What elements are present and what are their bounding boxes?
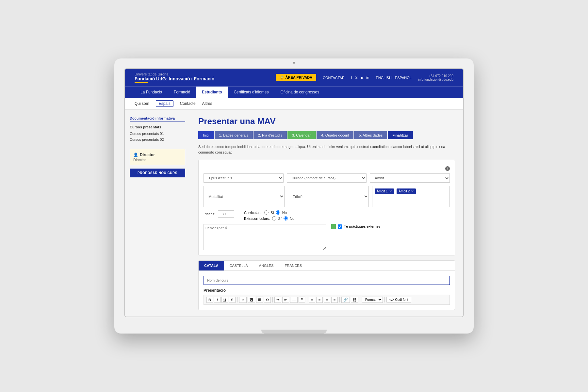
align-justify-button[interactable]: ≡	[331, 297, 338, 303]
curriculars-no-radio[interactable]	[276, 210, 280, 215]
practiques-checkbox[interactable]	[338, 224, 342, 229]
underline-button[interactable]: U	[221, 297, 228, 303]
places-label: Places:	[204, 212, 215, 216]
nav-link-certificats[interactable]: Certificats d'idiomes	[228, 87, 274, 98]
step-pla-estudis[interactable]: 2. Pla d'estudis	[253, 131, 287, 139]
curriculars-si-radio[interactable]	[264, 210, 269, 215]
codi-font-button[interactable]: </> Codi font	[386, 297, 411, 302]
facebook-icon[interactable]: f	[351, 75, 352, 80]
ambit-tag-2: Àmbit 2 ✕	[397, 188, 416, 194]
nav-item-estudiants[interactable]: Estudiants	[196, 87, 228, 98]
image-button[interactable]: 🖼	[248, 297, 255, 303]
step-finalitzar[interactable]: Finalitzar	[388, 131, 413, 139]
descripcio-textarea[interactable]	[204, 224, 326, 250]
modalitat-select[interactable]: Modalitat	[204, 186, 285, 207]
durada-select[interactable]: Durada (nombre de cursos)	[287, 173, 367, 183]
codi-font-icon: </>	[389, 298, 394, 302]
proposar-nou-curs-button[interactable]: PROPOSAR NOU CURS	[130, 169, 185, 177]
contactar-link[interactable]: CONTACTAR	[323, 76, 345, 80]
email-address: info.fundacioif@udg.edu	[418, 78, 453, 81]
separator-button[interactable]: —	[290, 297, 298, 303]
step-inici[interactable]: Inici	[198, 131, 214, 139]
info-icon[interactable]: i	[445, 166, 450, 171]
format-select[interactable]: Format	[362, 297, 383, 303]
presentacio-label: Presentació	[204, 288, 450, 293]
toolbar-sep-5	[360, 297, 360, 302]
social-icons-area: f 𝕏 ▶ in	[351, 75, 369, 80]
toolbar-sep-3	[307, 297, 307, 302]
lang-english[interactable]: ENGLISH	[376, 76, 392, 80]
practiques-checkbox-indicator	[331, 224, 336, 229]
extracurriculars-no-radio[interactable]	[284, 216, 288, 220]
subnav-qui-som[interactable]: Qui som	[135, 101, 149, 106]
ambit-tag-1-remove[interactable]: ✕	[389, 189, 392, 193]
youtube-icon[interactable]: ▶	[361, 75, 364, 80]
sidebar-link-cursos-01[interactable]: Cursos presentats 01	[130, 131, 185, 137]
tipus-estudis-select[interactable]: Tipus d'estudis	[204, 173, 284, 183]
logo-fundacio: Fundació UdG: Innovació i Formació	[135, 76, 214, 81]
lang-tab-frances[interactable]: FRANCÈS	[279, 261, 307, 270]
ambit-tag-2-remove[interactable]: ✕	[411, 189, 414, 193]
sidebar-link-cursos-02[interactable]: Cursos presentats 02	[130, 137, 185, 142]
practiques-label: Té pràctiques externes	[344, 224, 381, 228]
indent-button[interactable]: ⇥	[274, 297, 281, 303]
nom-curs-input[interactable]	[204, 276, 450, 285]
subnav-contacte[interactable]: Contacte	[180, 101, 196, 106]
linkedin-icon[interactable]: in	[366, 75, 369, 80]
table-button[interactable]: ⊞	[256, 297, 263, 303]
special-char-button[interactable]: Ω	[264, 297, 271, 303]
lang-tab-castella[interactable]: CASTELLÀ	[224, 261, 253, 270]
subnav-espais[interactable]: Espais	[156, 100, 173, 107]
nav-link-fundacio[interactable]: La Fundació	[135, 87, 168, 98]
quote-button[interactable]: ❝	[299, 297, 305, 303]
phone-number: +34 972 210 299	[418, 74, 453, 78]
editor-toolbar: B I U S ☺ 🖼 ⊞ Ω ⇥ ⇤ —	[204, 295, 450, 305]
strikethrough-button[interactable]: S	[229, 297, 236, 303]
nav-link-congressos[interactable]: Oficina de congressos	[274, 87, 325, 98]
main-navigation: La Fundació Formació Estudiants Certific…	[125, 86, 463, 98]
nav-item-congressos[interactable]: Oficina de congressos	[274, 87, 325, 98]
twitter-icon[interactable]: 𝕏	[355, 75, 358, 80]
options-column: Té pràctiques externes	[331, 224, 450, 250]
form-row-1: Tipus d'estudis Durada (nombre de cursos…	[204, 173, 450, 183]
ambit-select[interactable]: Àmbit	[370, 173, 450, 183]
form-section: i Tipus d'estudis Durada (nombre de curs…	[198, 160, 455, 255]
steps-bar: Inici 1. Dades generals 2. Pla d'estudis…	[198, 131, 455, 139]
lang-spanish[interactable]: ESPAÑOL	[395, 76, 412, 80]
edicio-select[interactable]: Edició	[288, 186, 369, 207]
lang-tab-catala[interactable]: CATALÀ	[199, 261, 224, 270]
step-dades-generals[interactable]: 1. Dades generals	[215, 131, 253, 139]
align-center-button[interactable]: ≡	[316, 297, 323, 303]
align-left-button[interactable]: ≡	[309, 297, 315, 303]
nav-item-fundacio[interactable]: La Fundació	[135, 87, 168, 98]
practiques-row: Té pràctiques externes	[331, 224, 450, 229]
nav-link-formacio[interactable]: Formació	[168, 87, 196, 98]
area-privada-button[interactable]: 🔒 ÀREA PRIVADA	[276, 74, 316, 81]
unlink-button[interactable]: ⛓	[351, 297, 358, 303]
logo-underline	[135, 82, 148, 83]
top-right-area: 🔒 ÀREA PRIVADA CONTACTAR f 𝕏 ▶ in ENGLIS…	[276, 74, 453, 81]
lang-tabs: CATALÀ CASTELLÀ ANGLÈS FRANCÈS	[199, 261, 455, 271]
bold-button[interactable]: B	[206, 297, 213, 303]
emoji-button[interactable]: ☺	[239, 297, 247, 303]
link-button[interactable]: 🔗	[341, 297, 350, 303]
page-title: Presentar una MAV	[198, 116, 455, 126]
step-altres-dades[interactable]: 5. Altres dades	[354, 131, 387, 139]
lang-tab-angles[interactable]: ANGLÈS	[253, 261, 279, 270]
step-calendari[interactable]: 3. Calendari	[287, 131, 316, 139]
nav-item-certificats[interactable]: Certificats d'idiomes	[228, 87, 274, 98]
align-right-button[interactable]: ≡	[324, 297, 330, 303]
nav-link-estudiants[interactable]: Estudiants	[196, 87, 228, 98]
director-role: Director	[133, 158, 182, 162]
language-switcher: ENGLISH ESPAÑOL	[376, 76, 412, 80]
nav-item-formacio[interactable]: Formació	[168, 87, 196, 98]
places-input[interactable]	[218, 210, 234, 218]
extracurriculars-si-radio[interactable]	[272, 216, 276, 220]
contact-info: +34 972 210 299 info.fundacioif@udg.edu	[418, 74, 453, 81]
curriculars-si-label: Sí	[270, 211, 274, 215]
step-quadre-docent[interactable]: 4. Quadre docent	[317, 131, 353, 139]
italic-button[interactable]: I	[214, 297, 220, 303]
outdent-button[interactable]: ⇤	[282, 297, 289, 303]
subnav-altres[interactable]: Altres	[202, 101, 212, 106]
lang-tabs-section: CATALÀ CASTELLÀ ANGLÈS FRANCÈS Presentac…	[198, 260, 455, 310]
